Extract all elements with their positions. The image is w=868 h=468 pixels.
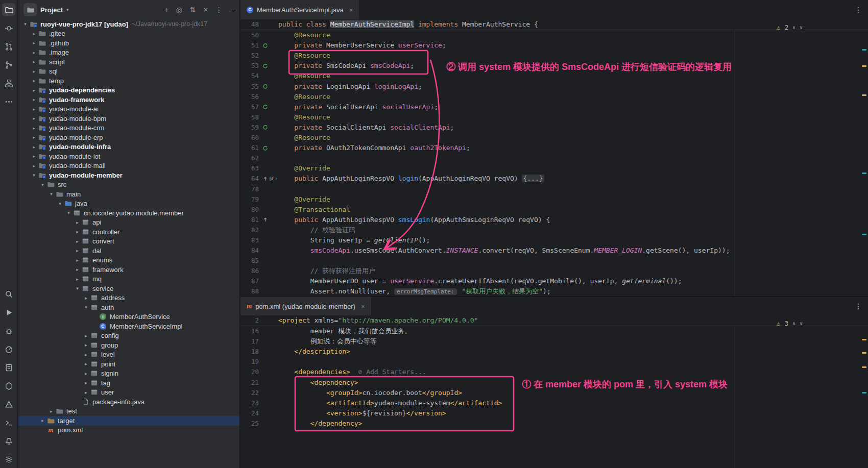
close-tab-icon[interactable]: ×: [361, 303, 365, 310]
tree-item-image[interactable]: ▸.image: [18, 48, 239, 58]
locate-file-icon[interactable]: ◎: [176, 6, 182, 14]
code-line-82[interactable]: 82 // 校验验证码: [240, 225, 868, 235]
tree-item-group[interactable]: ▸group: [18, 340, 239, 350]
tree-item-yudao-dependencies[interactable]: ▸yudao-dependencies: [18, 86, 239, 95]
chevron-collapsed-icon[interactable]: ▸: [82, 295, 90, 301]
code-line-19[interactable]: 19: [240, 357, 868, 367]
code-line-25[interactable]: 25 </dependency>: [240, 418, 868, 429]
code-line-85[interactable]: 85: [240, 256, 868, 266]
chevron-collapsed-icon[interactable]: ▸: [82, 361, 90, 366]
tree-item-convert[interactable]: ▸convert: [18, 237, 239, 247]
tree-item-yudao-module-iot[interactable]: ▸yudao-module-iot: [18, 152, 239, 161]
tree-item-yudao-module-mall[interactable]: ▸yudao-module-mall: [18, 161, 239, 171]
tree-item-java[interactable]: ▾java: [18, 199, 239, 209]
vcs-graph-tool-icon[interactable]: [2, 58, 15, 71]
expand-collapse-icon[interactable]: ⇅: [190, 6, 196, 14]
tab-pom-xml[interactable]: m pom.xml (yudao-module-member) ×: [240, 297, 371, 316]
chevron-collapsed-icon[interactable]: ▸: [30, 50, 38, 55]
chevron-collapsed-icon[interactable]: ▸: [82, 342, 90, 348]
spring-bean-icon[interactable]: [262, 43, 268, 48]
chevron-collapsed-icon[interactable]: ▸: [30, 40, 38, 45]
tab-options-icon[interactable]: ⋮: [855, 6, 862, 14]
code-line-57[interactable]: 57 private SocialUserApi socialUserApi;: [240, 102, 868, 112]
more-tools-icon[interactable]: [2, 95, 15, 108]
tree-item-point[interactable]: ▸point: [18, 359, 239, 369]
chevron-expanded-icon[interactable]: ▾: [21, 21, 29, 27]
code-line-84[interactable]: 84 smsCodeApi.useSmsCode(AuthConvert.INS…: [240, 245, 868, 256]
settings-icon[interactable]: [2, 453, 15, 466]
code-line-18[interactable]: 18 </description>: [240, 347, 868, 357]
tree-item-main[interactable]: ▾main: [18, 189, 239, 199]
tree-item-address[interactable]: ▸address: [18, 293, 239, 303]
hide-panel-icon[interactable]: −: [230, 6, 234, 14]
chevron-collapsed-icon[interactable]: ▸: [30, 31, 38, 36]
code-line-64[interactable]: 64@› public AppAuthLoginRespVO login(App…: [240, 174, 868, 184]
code-line-81[interactable]: 81 public AppAuthLoginRespVO smsLogin(Ap…: [240, 215, 868, 225]
tree-item-test[interactable]: ▸test: [18, 407, 239, 416]
tree-item-enums[interactable]: ▸enums: [18, 256, 239, 265]
notifications-icon[interactable]: [2, 434, 15, 448]
tree-item-mq[interactable]: ▸mq: [18, 275, 239, 284]
chevron-collapsed-icon[interactable]: ▸: [82, 352, 90, 357]
chevron-collapsed-icon[interactable]: ▸: [82, 390, 90, 395]
prev-problem-icon[interactable]: ∧: [792, 318, 795, 329]
spring-bean-icon[interactable]: [262, 104, 268, 110]
code-line-52[interactable]: 52 @Resource: [240, 51, 868, 61]
pull-requests-tool-icon[interactable]: [2, 40, 15, 53]
tree-item-config[interactable]: ▸config: [18, 331, 239, 341]
add-icon[interactable]: +: [164, 6, 168, 14]
chevron-collapsed-icon[interactable]: ▸: [39, 418, 46, 423]
code-line-56[interactable]: 56 @Resource: [240, 92, 868, 102]
services-icon[interactable]: [2, 379, 15, 392]
chevron-collapsed-icon[interactable]: ▸: [30, 154, 38, 159]
chevron-expanded-icon[interactable]: ▾: [47, 191, 55, 196]
chevron-collapsed-icon[interactable]: ▸: [30, 144, 38, 150]
tree-item-src[interactable]: ▾src: [18, 180, 239, 190]
tree-item-yudao-module-erp[interactable]: ▸yudao-module-erp: [18, 133, 239, 142]
structure-tool-icon[interactable]: [2, 77, 15, 90]
code-line-60[interactable]: 60 @Resource: [240, 133, 868, 143]
chevron-collapsed-icon[interactable]: ▸: [30, 97, 38, 102]
debug-icon[interactable]: [2, 324, 15, 337]
chevron-collapsed-icon[interactable]: ▸: [30, 163, 38, 168]
chevron-collapsed-icon[interactable]: ▸: [74, 248, 81, 253]
tree-item-tag[interactable]: ▸tag: [18, 378, 239, 388]
code-line-21[interactable]: 21 <dependency>: [240, 378, 868, 388]
tree-item-script[interactable]: ▸script: [18, 57, 239, 67]
chevron-collapsed-icon[interactable]: ▸: [30, 59, 38, 64]
inspections-widget[interactable]: ⚠2∧∨: [777, 22, 803, 33]
code-line-24[interactable]: 24 <version>${revision}</version>: [240, 408, 868, 418]
code-line-17[interactable]: 17 例如说：会员中心等等: [240, 336, 868, 347]
chevron-expanded-icon[interactable]: ▾: [74, 286, 81, 291]
chevron-collapsed-icon[interactable]: ▸: [30, 116, 38, 121]
code-line-51[interactable]: 51 private MemberUserService userService…: [240, 40, 868, 51]
collapse-all-icon[interactable]: ×: [204, 6, 208, 14]
tree-item-controller[interactable]: ▸controller: [18, 227, 239, 237]
overriding-method-icon[interactable]: [262, 217, 268, 223]
tree-item-temp[interactable]: ▸temp: [18, 76, 239, 86]
chevron-expanded-icon[interactable]: ▾: [30, 173, 38, 178]
chevron-expanded-icon[interactable]: ▾: [82, 305, 90, 310]
code-line-62[interactable]: 62: [240, 153, 868, 163]
project-tool-icon[interactable]: [2, 3, 15, 16]
chevron-collapsed-icon[interactable]: ▸: [82, 371, 90, 376]
tree-item-package-info-java[interactable]: package-info.java: [18, 397, 239, 407]
tree-item-user[interactable]: ▸user: [18, 388, 239, 398]
tree-item-api[interactable]: ▸api: [18, 218, 239, 228]
code-line-88[interactable]: 88 Assert.notNull(user, errorMsgTemplate…: [240, 286, 868, 296]
todo-icon[interactable]: [2, 361, 15, 374]
code-line-2[interactable]: 2<project xmlns="http://maven.apache.org…: [240, 315, 868, 326]
next-problem-icon[interactable]: ∨: [800, 318, 803, 329]
tree-item-memberauthservice[interactable]: IMemberAuthService: [18, 312, 239, 322]
chevron-collapsed-icon[interactable]: ▸: [82, 333, 90, 338]
tree-item-github[interactable]: ▸.github: [18, 38, 239, 48]
tree-item-yudao-module-member[interactable]: ▾yudao-module-member: [18, 170, 239, 180]
tab-member-auth-service-impl[interactable]: C MemberAuthServiceImpl.java ×: [240, 0, 359, 19]
code-line-80[interactable]: 80 @Transactional: [240, 205, 868, 215]
tree-item-signin[interactable]: ▸signin: [18, 369, 239, 379]
chevron-collapsed-icon[interactable]: ▸: [74, 277, 81, 282]
chevron-expanded-icon[interactable]: ▾: [65, 210, 73, 215]
chevron-collapsed-icon[interactable]: ▸: [30, 107, 38, 112]
tree-item-yudao-module-crm[interactable]: ▸yudao-module-crm: [18, 124, 239, 133]
chevron-collapsed-icon[interactable]: ▸: [30, 88, 38, 93]
